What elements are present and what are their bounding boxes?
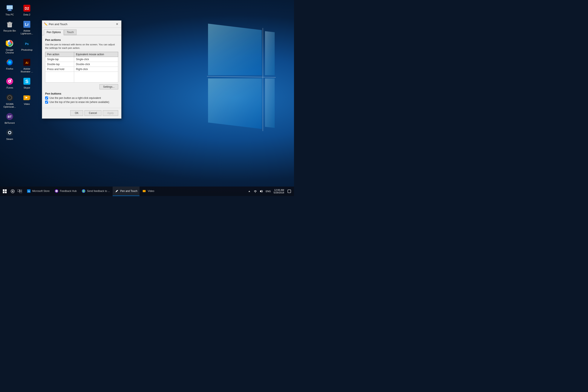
svg-line-5 [207,76,276,77]
volume-icon [260,190,263,193]
dialog-body: Pen actions Use the pen to interact with… [42,35,121,108]
settings-btn-row: Settings... [45,84,118,90]
taskbar-item-video[interactable]: Video [140,186,156,196]
chrome-icon [5,39,14,48]
taskbar-item-feedback-label: Feedback Hub [60,190,77,192]
language-indicator[interactable]: ENG [265,186,272,196]
desktop-icon-steam[interactable]: Steam [1,126,18,142]
task-view-button[interactable] [16,186,24,196]
notification-icon [288,190,291,193]
tab-pen-options[interactable]: Pen Options [44,30,64,35]
svg-rect-8 [8,10,11,10]
svg-rect-9 [8,10,12,11]
feedback-hub-icon: 💬 [54,189,59,193]
illustrator-icon: Ai [22,58,31,66]
desktop-icon-lightroom[interactable]: Lr Adobe Lightroom... [18,18,36,37]
pen-action-cell: Double-tap [45,62,74,67]
dota2-icon: D2 [22,4,31,12]
svg-point-40 [9,97,10,98]
taskbar-item-pen-touch[interactable]: Pen and Touch [112,186,140,196]
checkbox-right-click[interactable] [45,96,48,100]
photoshop-icon: Ps [22,39,31,48]
dialog-footer: OK Cancel Apply [42,108,121,118]
svg-marker-70 [260,190,261,192]
svg-text:Ps: Ps [25,42,28,46]
taskbar-item-sendfb-label: Send feedback to ... [87,190,110,192]
steam-label: Steam [6,138,13,140]
windows-logo [142,6,281,168]
notification-button[interactable] [286,186,292,196]
cortana-icon [11,189,14,193]
pen-buttons-section: Pen buttons Use the pen button as a righ… [45,92,118,104]
checkbox-erase-ink[interactable] [45,100,48,104]
desktop-icon-skype[interactable]: S Skype [18,75,36,91]
desktop-icon-dota2[interactable]: D2 Dota 2 [18,2,36,18]
desktop-icon-bittorrent[interactable]: BT BitTorrent [1,110,18,126]
checkbox-row-2: Use the top of the pen to erase ink (whe… [45,100,118,104]
cortana-button[interactable] [10,186,16,196]
desktop-icon-video[interactable]: Video [18,92,36,110]
svg-marker-0 [208,24,262,75]
svg-point-23 [9,42,10,44]
table-row[interactable]: Double-tap Double-click [45,62,118,67]
system-clock[interactable]: 12:06 AM 5/29/2018 [273,186,285,196]
dialog-tabs: Pen Options Touch [42,28,121,35]
cancel-button[interactable]: Cancel [84,110,102,116]
col-mouse-action: Equivalent mouse action [74,52,118,57]
ok-button[interactable]: OK [70,110,83,116]
video-icon [22,93,31,102]
svg-text:D2: D2 [25,7,29,10]
windows-start-icon [3,189,7,193]
taskbar-items: 🛍 Microsoft Store 💬 Feedback Hub [24,186,245,196]
skype-icon: S [22,77,31,86]
desktop-icon-itunes[interactable]: iTunes [1,75,18,91]
taskbar-item-microsoft-store[interactable]: 🛍 Microsoft Store [24,186,52,196]
tray-expand-button[interactable] [247,186,252,196]
svg-point-48 [9,132,10,134]
col-pen-action: Pen action [45,52,74,57]
svg-marker-2 [208,78,262,129]
table-row-empty [45,72,118,82]
pen-action-cell: Single-tap [45,57,74,62]
pen-icon: ✏️ [44,22,48,26]
desktop-icon-recycle-bin[interactable]: Recycle Bin [1,18,18,37]
svg-marker-67 [145,190,146,192]
svg-rect-51 [3,192,4,193]
mouse-action-cell: Double-click [74,62,118,67]
taskbar-item-video-label: Video [148,190,154,192]
apply-button[interactable]: Apply [103,110,118,116]
taskbar: 🛍 Microsoft Store 💬 Feedback Hub [0,186,294,196]
tab-touch[interactable]: Touch [64,30,76,35]
pen-actions-table: Pen action Equivalent mouse action Singl… [45,52,118,82]
settings-button[interactable]: Settings... [100,84,118,90]
svg-rect-56 [20,190,22,191]
svg-marker-42 [30,96,30,100]
taskbar-item-send-feedback[interactable]: Send feedback to ... [79,186,112,196]
dialog-close-button[interactable]: ✕ [115,22,120,26]
taskbar-right: ENG 12:06 AM 5/29/2018 [245,186,294,196]
desktop-icon-firefox[interactable]: Firefox [1,56,18,75]
desktop-icon-chrome[interactable]: Google Chrome [1,38,18,56]
recycle-bin-icon [5,20,14,28]
chrome-label: Google Chrome [2,48,17,54]
desktop-icon-this-pc[interactable]: This PC [1,2,18,18]
taskbar-item-feedback-hub[interactable]: 💬 Feedback Hub [52,186,79,196]
this-pc-label: This PC [5,13,14,16]
svg-rect-14 [8,22,11,23]
network-tray-icon[interactable] [253,186,258,196]
table-row[interactable]: Single-tap Single-click [45,57,118,62]
volume-tray-icon[interactable] [259,186,264,196]
itunes-icon [5,77,14,86]
desktop-icon-photoshop[interactable]: Ps Photoshop [18,38,36,56]
taskbar-video-icon [142,189,146,193]
svg-text:S: S [25,79,28,84]
lightroom-label: Adobe Lightroom... [19,30,34,35]
svg-point-69 [255,192,256,193]
desktop-icon-sigma[interactable]: SIGMA Optimizati... [1,92,18,110]
start-button[interactable] [0,186,10,196]
itunes-label: iTunes [6,86,13,89]
svg-text:Ai: Ai [25,61,28,64]
clock-time: 12:06 AM [274,189,284,191]
table-row[interactable]: Press and hold Right-click [45,67,118,72]
desktop-icon-illustrator[interactable]: Ai Adobe Illustrator ... [18,56,36,75]
